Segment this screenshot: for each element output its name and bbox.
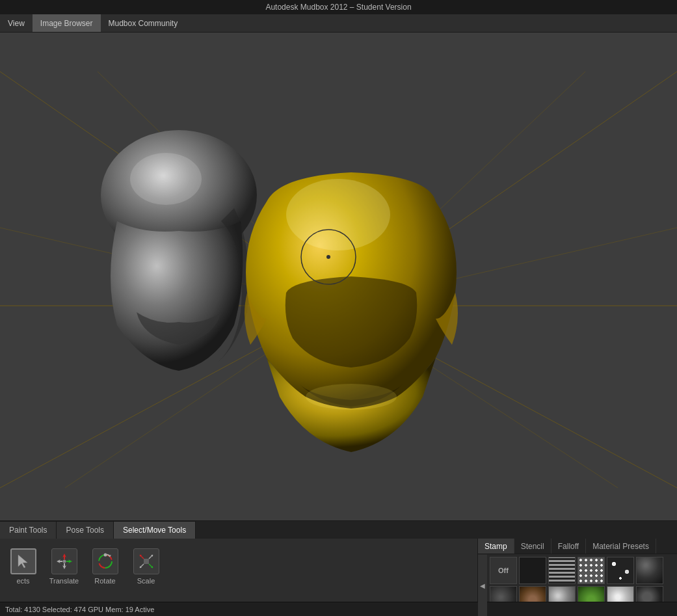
- svg-point-20: [62, 559, 66, 563]
- svg-rect-26: [59, 561, 62, 562]
- status-bar: Total: 4130 Selected: 474 GPU Mem: 19 Ac…: [0, 602, 677, 616]
- rotate-label: Rotate: [94, 577, 115, 585]
- tool-tabs: Paint Tools Pose Tools Select/Move Tools: [0, 520, 677, 539]
- menu-mudbox-community[interactable]: Mudbox Community: [101, 14, 186, 32]
- scale-label: Scale: [137, 577, 155, 585]
- svg-rect-33: [144, 559, 149, 564]
- stamp-stripes[interactable]: [548, 557, 576, 584]
- tab-paint-tools[interactable]: Paint Tools: [0, 521, 57, 539]
- tab-material-presets[interactable]: Material Presets: [586, 539, 656, 554]
- svg-point-12: [130, 153, 202, 205]
- stamp-row-1: Off: [490, 557, 663, 584]
- tool-rotate[interactable]: Rotate: [87, 548, 123, 585]
- tab-pose-tools[interactable]: Pose Tools: [57, 521, 113, 539]
- select-icon: [10, 548, 36, 574]
- title-bar: Autodesk Mudbox 2012 – Student Version: [0, 0, 677, 14]
- yellow-head-model: [215, 163, 488, 488]
- menu-bar: View Image Browser Mudbox Community: [0, 14, 677, 33]
- svg-rect-28: [66, 561, 70, 562]
- translate-label: Translate: [49, 577, 79, 585]
- tool-scale[interactable]: Scale: [128, 548, 164, 585]
- right-panel-tabs: Stamp Stencil Falloff Material Presets: [478, 539, 677, 554]
- stamp-checker[interactable]: [519, 557, 546, 584]
- stamp-off-button[interactable]: Off: [490, 557, 517, 584]
- select-label: ects: [16, 577, 29, 585]
- tab-select-move-tools[interactable]: Select/Move Tools: [114, 521, 196, 539]
- tool-translate[interactable]: Translate: [46, 548, 82, 585]
- rotate-icon: [92, 548, 118, 574]
- scale-icon: [133, 548, 159, 574]
- tab-stencil[interactable]: Stencil: [514, 539, 551, 554]
- status-text: Total: 4130 Selected: 474 GPU Mem: 19 Ac…: [5, 606, 154, 613]
- tab-stamp[interactable]: Stamp: [478, 539, 514, 554]
- menu-view[interactable]: View: [0, 14, 33, 32]
- stamp-white-spots[interactable]: [607, 557, 634, 584]
- brush-cursor: [299, 228, 358, 286]
- translate-icon: [51, 548, 77, 574]
- tab-falloff[interactable]: Falloff: [551, 539, 586, 554]
- app-title: Autodesk Mudbox 2012 – Student Version: [265, 3, 411, 12]
- svg-marker-19: [18, 555, 27, 568]
- svg-point-14: [306, 384, 397, 410]
- svg-rect-22: [64, 556, 65, 559]
- tools-row: ects: [0, 539, 477, 594]
- svg-rect-24: [64, 563, 65, 567]
- tool-select[interactable]: ects: [5, 548, 41, 585]
- menu-image-browser[interactable]: Image Browser: [33, 14, 101, 32]
- viewport-3d[interactable]: [0, 33, 677, 520]
- stamp-dark-sphere[interactable]: [636, 557, 663, 584]
- scroll-left-arrow[interactable]: ◀: [478, 554, 487, 616]
- stamp-dots[interactable]: [577, 557, 605, 584]
